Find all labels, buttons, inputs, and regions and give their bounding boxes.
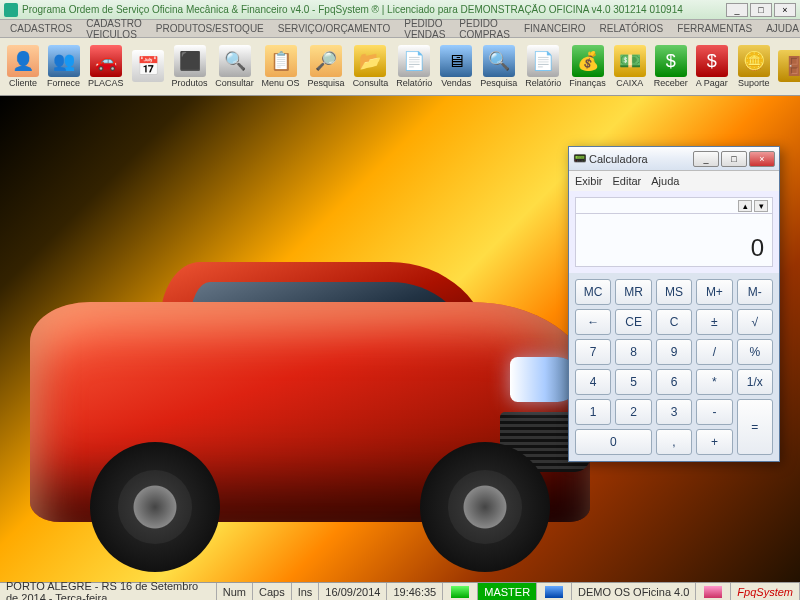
maximize-button[interactable]: □ <box>750 3 772 17</box>
toolbar-consulta[interactable]: 📂Consulta <box>350 41 392 93</box>
calc-key-MC[interactable]: MC <box>575 279 611 305</box>
menu-cadastro-veiculos[interactable]: CADASTRO VEICULOS <box>80 16 148 42</box>
toolbar-btn-19[interactable]: 🚪 <box>775 41 800 93</box>
menu-ferramentas[interactable]: FERRAMENTAS <box>671 21 758 36</box>
status-caps: Caps <box>253 583 292 600</box>
history-down-icon[interactable]: ▾ <box>754 200 768 212</box>
vendas-icon: 🖥 <box>440 45 472 77</box>
placas-icon: 🚗 <box>90 45 122 77</box>
status-indicator-green <box>443 583 478 600</box>
toolbar-relatório[interactable]: 📄Relatório <box>393 41 435 93</box>
btn-3-icon: 📅 <box>132 50 164 82</box>
calc-key-_[interactable]: - <box>696 399 732 425</box>
calc-key-CE[interactable]: CE <box>615 309 651 335</box>
history-up-icon[interactable]: ▴ <box>738 200 752 212</box>
menu-ajuda[interactable]: AJUDA <box>760 21 800 36</box>
calc-menu-editar[interactable]: Editar <box>613 175 642 187</box>
calc-key-9[interactable]: 9 <box>656 339 692 365</box>
calc-key-6[interactable]: 6 <box>656 369 692 395</box>
calculator-titlebar[interactable]: 📟 Calculadora _ □ × <box>569 147 779 171</box>
calc-key-0[interactable]: 0 <box>575 429 652 455</box>
calc-maximize-button[interactable]: □ <box>721 151 747 167</box>
workspace-background: 📟 Calculadora _ □ × Exibir Editar Ajuda … <box>0 96 800 582</box>
toolbar-receber[interactable]: $Receber <box>651 41 691 93</box>
toolbar-a pagar[interactable]: $A Pagar <box>693 41 731 93</box>
window-controls: _ □ × <box>726 3 796 17</box>
calc-key-_[interactable]: , <box>656 429 692 455</box>
minimize-button[interactable]: _ <box>726 3 748 17</box>
calc-close-button[interactable]: × <box>749 151 775 167</box>
calc-key-_[interactable]: ± <box>696 309 732 335</box>
calc-menu-ajuda[interactable]: Ajuda <box>651 175 679 187</box>
toolbar-placas[interactable]: 🚗PLACAS <box>85 41 127 93</box>
pesquisa-icon: 🔎 <box>310 45 342 77</box>
calc-key-MR[interactable]: MR <box>615 279 651 305</box>
toolbar-finanças[interactable]: 💰Finanças <box>566 41 609 93</box>
calc-key-MS[interactable]: MS <box>656 279 692 305</box>
close-button[interactable]: × <box>774 3 796 17</box>
toolbar-label: Menu OS <box>262 78 300 88</box>
menu-cadastros[interactable]: CADASTROS <box>4 21 78 36</box>
calc-key-_[interactable]: = <box>737 399 773 455</box>
menu-produtos-estoque[interactable]: PRODUTOS/ESTOQUE <box>150 21 270 36</box>
toolbar-suporte[interactable]: 🪙Suporte <box>735 41 773 93</box>
toolbar-fornece[interactable]: 👥Fornece <box>44 41 83 93</box>
calc-key-5[interactable]: 5 <box>615 369 651 395</box>
calc-key-_[interactable]: + <box>696 429 732 455</box>
calc-menu-exibir[interactable]: Exibir <box>575 175 603 187</box>
calc-key-_[interactable]: * <box>696 369 732 395</box>
status-indicator-pink <box>696 583 731 600</box>
suporte-icon: 🪙 <box>738 45 770 77</box>
app-icon <box>4 3 18 17</box>
toolbar-pesquisa[interactable]: 🔎Pesquisa <box>305 41 348 93</box>
calc-key-2[interactable]: 2 <box>615 399 651 425</box>
statusbar: PORTO ALEGRE - RS 16 de Setembro de 2014… <box>0 582 800 600</box>
toolbar-caixa[interactable]: 💵CAIXA <box>611 41 649 93</box>
toolbar-label: CAIXA <box>616 78 643 88</box>
calc-key-1_x[interactable]: 1/x <box>737 369 773 395</box>
calc-key-_[interactable]: % <box>737 339 773 365</box>
calculator-icon: 📟 <box>573 152 587 165</box>
menubar: CADASTROSCADASTRO VEICULOSPRODUTOS/ESTOQ… <box>0 20 800 38</box>
status-date: 16/09/2014 <box>319 583 387 600</box>
calculator-menubar: Exibir Editar Ajuda <box>569 171 779 191</box>
toolbar-relatório[interactable]: 📄Relatório <box>522 41 564 93</box>
finanças-icon: 💰 <box>572 45 604 77</box>
calc-key-_[interactable]: / <box>696 339 732 365</box>
calc-key-_[interactable]: √ <box>737 309 773 335</box>
toolbar-btn-3[interactable]: 📅 <box>129 41 167 93</box>
toolbar-consultar[interactable]: 🔍Consultar <box>213 41 257 93</box>
calculator-display: 0 <box>575 213 773 267</box>
toolbar-menu os[interactable]: 📋Menu OS <box>259 41 303 93</box>
menu-financeiro[interactable]: FINANCEIRO <box>518 21 592 36</box>
toolbar-label: Fornece <box>47 78 80 88</box>
toolbar-label: Vendas <box>441 78 471 88</box>
btn-19-icon: 🚪 <box>778 50 800 82</box>
toolbar-vendas[interactable]: 🖥Vendas <box>437 41 475 93</box>
calc-minimize-button[interactable]: _ <box>693 151 719 167</box>
calculator-history-bar: ▴ ▾ <box>575 197 773 213</box>
relatório-icon: 📄 <box>398 45 430 77</box>
calculator-window[interactable]: 📟 Calculadora _ □ × Exibir Editar Ajuda … <box>568 146 780 462</box>
toolbar-cliente[interactable]: 👤Cliente <box>4 41 42 93</box>
toolbar-produtos[interactable]: ⬛Produtos <box>169 41 211 93</box>
calculator-title: Calculadora <box>587 153 691 165</box>
calc-key-3[interactable]: 3 <box>656 399 692 425</box>
menu-pedido-compras[interactable]: PEDIDO COMPRAS <box>453 16 516 42</box>
menu-relat-rios[interactable]: RELATÓRIOS <box>594 21 670 36</box>
calc-key-8[interactable]: 8 <box>615 339 651 365</box>
calculator-keypad: MCMRMSM+M-←CEC±√789/%456*1/x123-=0,+ <box>569 273 779 461</box>
calc-key-C[interactable]: C <box>656 309 692 335</box>
menu-servi-o-or-amento[interactable]: SERVIÇO/ORÇAMENTO <box>272 21 396 36</box>
calc-key-4[interactable]: 4 <box>575 369 611 395</box>
calc-key-M_[interactable]: M- <box>737 279 773 305</box>
toolbar-label: Consulta <box>353 78 389 88</box>
calc-key-M_[interactable]: M+ <box>696 279 732 305</box>
status-app: DEMO OS OFicina 4.0 <box>572 583 696 600</box>
toolbar-pesquisa[interactable]: 🔍Pesquisa <box>477 41 520 93</box>
menu-pedido-vendas[interactable]: PEDIDO VENDAS <box>398 16 451 42</box>
consultar-icon: 🔍 <box>219 45 251 77</box>
calc-key-_[interactable]: ← <box>575 309 611 335</box>
calc-key-7[interactable]: 7 <box>575 339 611 365</box>
calc-key-1[interactable]: 1 <box>575 399 611 425</box>
